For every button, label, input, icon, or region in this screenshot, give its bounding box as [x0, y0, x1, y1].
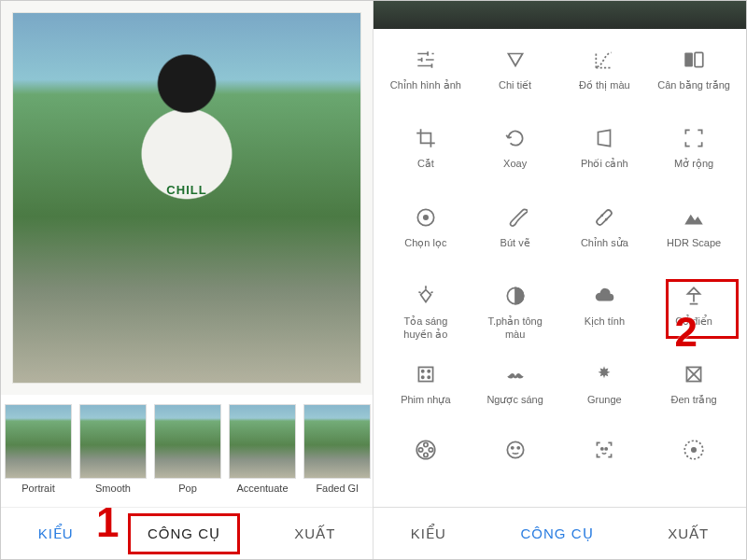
svg-point-16	[418, 447, 422, 451]
tool-label: Chỉnh sửa	[581, 237, 628, 250]
face-icon	[501, 436, 529, 464]
svg-point-20	[511, 446, 513, 448]
reel-icon	[412, 436, 440, 464]
svg-point-9	[422, 371, 424, 372]
tab-congcu[interactable]: CÔNG CỤ	[508, 518, 607, 550]
splat-icon	[590, 360, 618, 388]
svg-rect-8	[418, 368, 432, 382]
photo-peek	[374, 1, 746, 29]
filter-portrait[interactable]: Portrait	[5, 404, 72, 507]
bottombar-left: KIỂU CÔNG CỤ XUẤT	[1, 507, 373, 559]
svg-point-3	[424, 215, 428, 218]
svg-point-10	[428, 371, 430, 372]
svg-point-11	[422, 376, 424, 378]
tool-co-dien[interactable]: Cổ điển	[649, 273, 739, 349]
tool-label: Cân bằng trắng	[657, 79, 730, 92]
tool-label: Cắt	[417, 158, 434, 171]
tool-tuong-phan-tong-mau[interactable]: T.phản tông màu	[471, 273, 560, 349]
tool-label: Đồ thị màu	[579, 79, 630, 92]
tool-hdr-scape[interactable]: HDR Scape	[649, 194, 739, 271]
tool-label: Grunge	[587, 394, 622, 407]
bottombar-right: KIỂU CÔNG CỤ XUẤT	[374, 507, 746, 559]
mustache-icon	[501, 360, 529, 388]
filter-label: Smooth	[79, 483, 147, 494]
tool-reel[interactable]	[381, 430, 471, 507]
filter-accentuate[interactable]: Accentuate	[229, 404, 296, 507]
photo-canvas-wrap	[1, 1, 373, 395]
tool-label: Chi tiết	[499, 79, 531, 92]
svg-point-21	[517, 446, 519, 448]
filter-label: Portrait	[5, 483, 72, 494]
filter-thumb	[154, 404, 221, 479]
tune-icon	[412, 46, 440, 74]
target-icon	[412, 203, 440, 231]
tool-grunge[interactable]: Grunge	[560, 351, 650, 427]
dots-circle-icon	[680, 436, 708, 464]
tool-chinh-hinh-anh[interactable]: Chỉnh hình ảnh	[381, 36, 471, 113]
tool-label: Đen trắng	[671, 394, 717, 407]
bw-icon	[680, 360, 708, 388]
tool-label: Xoay	[503, 158, 527, 171]
tab-kieu[interactable]: KIỂU	[25, 518, 87, 550]
svg-point-22	[601, 447, 603, 449]
photo-preview[interactable]	[12, 12, 361, 384]
svg-point-23	[605, 447, 607, 449]
svg-point-18	[424, 453, 428, 456]
expand-icon	[680, 124, 708, 152]
brush-icon	[501, 203, 529, 231]
svg-rect-1	[695, 52, 703, 66]
svg-point-25	[692, 447, 696, 451]
triangle-down-icon	[501, 46, 529, 74]
perspective-icon	[590, 124, 618, 152]
filter-thumb	[303, 404, 371, 479]
filter-pop[interactable]: Pop	[154, 404, 221, 507]
filter-strip: Portrait Smooth Pop Accentuate Faded Gl	[1, 395, 373, 507]
tool-label: Cổ điển	[675, 315, 712, 329]
tool-label: Tỏa sáng huyền ảo	[388, 315, 463, 342]
filter-faded-glow[interactable]: Faded Gl	[303, 404, 371, 507]
right-pane: Chỉnh hình ảnh Chi tiết Đồ thị màu Cân b…	[374, 1, 746, 559]
tool-cat[interactable]: Cắt	[381, 115, 471, 191]
svg-point-6	[606, 218, 607, 219]
contrast-icon	[501, 282, 529, 310]
svg-rect-4	[596, 208, 613, 225]
tool-dots[interactable]	[649, 430, 739, 507]
tab-xuat[interactable]: XUẤT	[281, 518, 348, 550]
tool-label: Phối cảnh	[581, 158, 628, 171]
tool-label: Mở rộng	[674, 158, 713, 171]
tool-chon-loc[interactable]: Chọn lọc	[381, 194, 471, 271]
tool-can-bang-trang[interactable]: Cân bằng trắng	[649, 36, 739, 113]
tool-xoay[interactable]: Xoay	[471, 115, 560, 191]
tool-den-trang[interactable]: Đen trắng	[649, 351, 739, 427]
tool-label: T.phản tông màu	[478, 315, 553, 342]
tool-do-thi-mau[interactable]: Đồ thị màu	[560, 36, 650, 113]
filter-label: Faded Gl	[303, 483, 371, 494]
filter-smooth[interactable]: Smooth	[79, 404, 147, 507]
tab-xuat[interactable]: XUẤT	[655, 518, 722, 550]
tool-phim-nhua[interactable]: Phim nhựa	[381, 351, 471, 427]
tool-nguoc-sang[interactable]: Ngược sáng	[471, 351, 560, 427]
tool-chi-tiet[interactable]: Chi tiết	[471, 36, 560, 113]
tool-label: Phim nhựa	[401, 394, 450, 407]
left-pane: Portrait Smooth Pop Accentuate Faded Gl …	[1, 1, 374, 559]
tool-scanface[interactable]	[560, 430, 650, 507]
svg-rect-0	[684, 52, 693, 66]
tool-toa-sang[interactable]: Tỏa sáng huyền ảo	[381, 273, 471, 349]
tab-congcu[interactable]: CÔNG CỤ	[134, 518, 233, 550]
mountain-icon	[680, 203, 708, 231]
app-split-view: Portrait Smooth Pop Accentuate Faded Gl …	[1, 1, 746, 559]
filter-thumb	[79, 404, 147, 479]
svg-point-19	[507, 441, 523, 457]
tool-phoi-canh[interactable]: Phối cảnh	[560, 115, 650, 191]
cloud-icon	[590, 282, 618, 310]
tool-chinh-sua[interactable]: Chỉnh sửa	[560, 194, 650, 271]
tool-kich-tinh[interactable]: Kịch tính	[560, 273, 650, 349]
tab-kieu[interactable]: KIỂU	[398, 518, 459, 550]
wb-icon	[680, 46, 708, 74]
tool-face[interactable]	[471, 430, 560, 507]
lamp-icon	[680, 282, 708, 310]
tool-mo-rong[interactable]: Mở rộng	[649, 115, 739, 191]
svg-point-5	[602, 215, 603, 216]
tool-but-ve[interactable]: Bút vẽ	[471, 194, 560, 271]
filter-label: Accentuate	[229, 483, 296, 494]
